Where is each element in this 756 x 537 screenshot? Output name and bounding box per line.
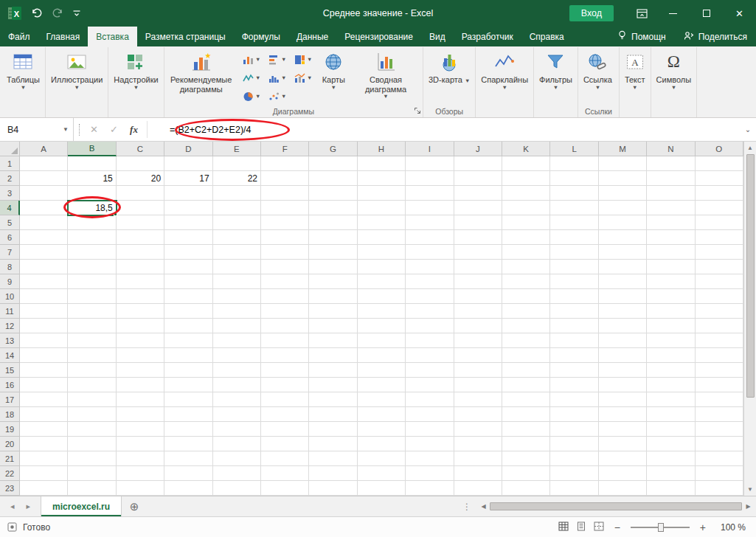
cell-A10[interactable] — [20, 289, 68, 304]
cell-L15[interactable] — [550, 363, 598, 378]
cell-A2[interactable] — [20, 171, 68, 186]
cell-O21[interactable] — [696, 451, 743, 466]
cell-L17[interactable] — [550, 392, 598, 407]
cell-A16[interactable] — [20, 378, 68, 392]
cell-A12[interactable] — [20, 319, 68, 333]
column-header-A[interactable]: A — [20, 142, 68, 156]
cell-E12[interactable] — [213, 319, 261, 333]
cell-B20[interactable] — [68, 437, 116, 451]
row-header-13[interactable]: 13 — [0, 333, 20, 348]
cell-G12[interactable] — [309, 319, 357, 333]
cell-A20[interactable] — [20, 437, 68, 451]
cell-H22[interactable] — [358, 466, 406, 481]
cell-O5[interactable] — [696, 215, 743, 230]
cell-B12[interactable] — [68, 319, 116, 333]
cell-G5[interactable] — [309, 215, 357, 230]
cell-C10[interactable] — [117, 289, 164, 304]
statistic-chart-button[interactable]: ▼ — [265, 69, 291, 87]
cell-K22[interactable] — [502, 466, 550, 481]
cell-E4[interactable] — [213, 201, 261, 215]
cell-M12[interactable] — [599, 319, 647, 333]
cell-O22[interactable] — [696, 466, 743, 481]
cell-K13[interactable] — [502, 333, 550, 348]
cell-C20[interactable] — [117, 437, 164, 451]
cell-D14[interactable] — [164, 348, 212, 363]
cell-G2[interactable] — [309, 171, 357, 186]
cell-O1[interactable] — [696, 156, 743, 171]
cell-D17[interactable] — [164, 392, 212, 407]
cell-O2[interactable] — [696, 171, 743, 186]
cell-J8[interactable] — [454, 260, 502, 274]
scroll-left-icon[interactable]: ◀ — [477, 503, 490, 510]
cell-H10[interactable] — [358, 289, 406, 304]
cell-L8[interactable] — [550, 260, 598, 274]
illustrations-button[interactable]: Иллюстрации ▼ — [46, 48, 107, 105]
cell-H3[interactable] — [358, 186, 406, 201]
vertical-scrollbar[interactable]: ▲ ▼ — [743, 142, 756, 496]
cell-E5[interactable] — [213, 215, 261, 230]
cell-B10[interactable] — [68, 289, 116, 304]
cell-N6[interactable] — [647, 230, 695, 245]
cell-M13[interactable] — [599, 333, 647, 348]
cell-D16[interactable] — [164, 378, 212, 392]
cell-F19[interactable] — [261, 422, 309, 437]
cell-J7[interactable] — [454, 245, 502, 260]
cell-A6[interactable] — [20, 230, 68, 245]
cell-E19[interactable] — [213, 422, 261, 437]
cell-A17[interactable] — [20, 392, 68, 407]
cell-D11[interactable] — [164, 304, 212, 319]
column-header-D[interactable]: D — [164, 142, 212, 156]
cell-I6[interactable] — [406, 230, 454, 245]
cell-J5[interactable] — [454, 215, 502, 230]
cell-A7[interactable] — [20, 245, 68, 260]
cell-L6[interactable] — [550, 230, 598, 245]
cell-C12[interactable] — [117, 319, 164, 333]
cell-D20[interactable] — [164, 437, 212, 451]
cell-H17[interactable] — [358, 392, 406, 407]
cell-M8[interactable] — [599, 260, 647, 274]
cell-H13[interactable] — [358, 333, 406, 348]
cell-H8[interactable] — [358, 260, 406, 274]
tab-data[interactable]: Данные — [288, 27, 336, 46]
cell-C13[interactable] — [117, 333, 164, 348]
cell-N23[interactable] — [647, 481, 695, 496]
cell-I19[interactable] — [406, 422, 454, 437]
cell-H14[interactable] — [358, 348, 406, 363]
tab-view[interactable]: Вид — [421, 27, 454, 46]
cell-K3[interactable] — [502, 186, 550, 201]
tell-me-button[interactable]: Помощн — [608, 27, 675, 46]
cell-L11[interactable] — [550, 304, 598, 319]
cell-F20[interactable] — [261, 437, 309, 451]
sign-in-button[interactable]: Вход — [569, 5, 614, 21]
cell-M4[interactable] — [599, 201, 647, 215]
cell-K7[interactable] — [502, 245, 550, 260]
cell-M11[interactable] — [599, 304, 647, 319]
select-all-corner[interactable] — [0, 142, 20, 156]
tab-file[interactable]: Файл — [0, 27, 38, 46]
row-header-18[interactable]: 18 — [0, 407, 20, 422]
map-3d-button[interactable]: 3D-карта ▼ — [424, 48, 474, 105]
cell-B19[interactable] — [68, 422, 116, 437]
cell-F15[interactable] — [261, 363, 309, 378]
cell-O19[interactable] — [696, 422, 743, 437]
cell-A3[interactable] — [20, 186, 68, 201]
cell-E15[interactable] — [213, 363, 261, 378]
cell-C19[interactable] — [117, 422, 164, 437]
scatter-chart-button[interactable]: ▼ — [265, 87, 291, 105]
cell-M3[interactable] — [599, 186, 647, 201]
cell-E11[interactable] — [213, 304, 261, 319]
cell-I10[interactable] — [406, 289, 454, 304]
cell-E8[interactable] — [213, 260, 261, 274]
cell-I4[interactable] — [406, 201, 454, 215]
undo-icon[interactable] — [31, 7, 43, 19]
cell-I7[interactable] — [406, 245, 454, 260]
cell-E17[interactable] — [213, 392, 261, 407]
cell-C17[interactable] — [117, 392, 164, 407]
cell-O8[interactable] — [696, 260, 743, 274]
cell-L22[interactable] — [550, 466, 598, 481]
cell-M19[interactable] — [599, 422, 647, 437]
cell-O16[interactable] — [696, 378, 743, 392]
cell-H5[interactable] — [358, 215, 406, 230]
cell-I16[interactable] — [406, 378, 454, 392]
cell-J13[interactable] — [454, 333, 502, 348]
